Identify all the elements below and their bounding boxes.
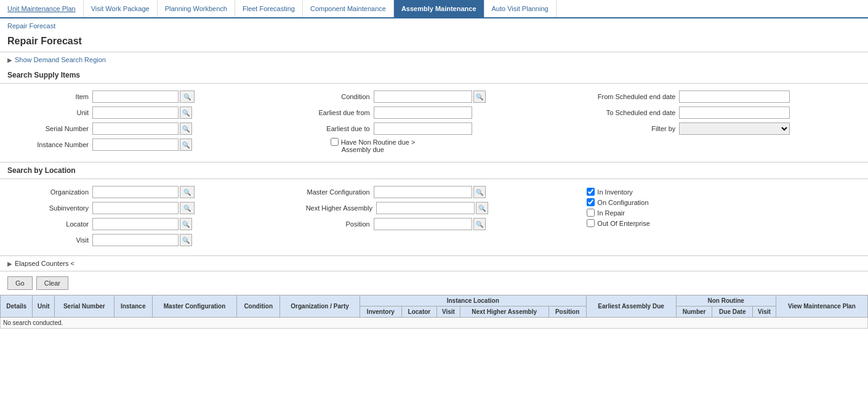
locator-search-button[interactable]: 🔍 (180, 218, 192, 230)
col-instance: Instance (114, 295, 152, 318)
nav-component-maintenance[interactable]: Component Maintenance (303, 0, 394, 17)
col-unit: Unit (33, 295, 55, 318)
supply-col-3: From Scheduled end date To Scheduled end… (574, 90, 856, 156)
serial-number-label: Serial Number (25, 125, 92, 132)
instance-search-button[interactable]: 🔍 (180, 138, 192, 151)
master-config-input[interactable] (374, 186, 472, 198)
col-earliest-assembly-due: Earliest Assembly Due (586, 295, 676, 318)
condition-row: Condition 🔍 (306, 90, 563, 103)
go-button[interactable]: Go (7, 276, 33, 290)
in-repair-checkbox[interactable] (587, 209, 595, 217)
next-higher-search-button[interactable]: 🔍 (476, 202, 488, 214)
on-configuration-checkbox[interactable] (587, 198, 595, 206)
search-supply-header: Search Supply Items (0, 67, 868, 84)
out-enterprise-label: Out Of Enterprise (597, 220, 650, 227)
instance-search-icon: 🔍 (182, 142, 190, 148)
search-location-form: Organization 🔍 Subinventory 🔍 Locator 🔍 (0, 179, 868, 256)
nav-unit-maintenance-plan[interactable]: Unit Maintenance Plan (0, 0, 84, 17)
next-higher-row: Next Higher Assembly 🔍 (306, 201, 563, 215)
visit-search-button[interactable]: 🔍 (180, 234, 192, 246)
unit-search-button[interactable]: 🔍 (180, 106, 192, 119)
from-scheduled-label: From Scheduled end date (587, 93, 679, 100)
breadcrumb: Repair Forecast (0, 18, 868, 33)
position-label: Position (306, 220, 374, 228)
nav-visit-work-package[interactable]: Visit Work Package (84, 0, 158, 17)
unit-search-icon: 🔍 (182, 110, 190, 116)
col-organization-party: Organization / Party (280, 295, 360, 318)
demand-region-arrow: ▶ (7, 57, 12, 63)
earliest-due-from-label: Earliest due from (306, 109, 374, 116)
master-config-label: Master Configuration (306, 188, 374, 196)
serial-number-search-button[interactable]: 🔍 (180, 122, 192, 135)
have-non-routine-label: Have Non Routine due > (341, 138, 416, 146)
position-search-icon: 🔍 (476, 221, 483, 228)
nav-assembly-maintenance[interactable]: Assembly Maintenance (394, 0, 484, 17)
col-instance-location: Instance Location (360, 295, 586, 307)
visit-input[interactable] (92, 234, 179, 246)
non-routine-row: Have Non Routine due > Assembly due (306, 138, 563, 153)
have-non-routine-checkbox[interactable] (331, 138, 339, 146)
nav-planning-workbench[interactable]: Planning Workbench (158, 0, 235, 17)
elapsed-counters-toggle[interactable]: ▶ Elapsed Counters < (0, 256, 868, 271)
locator-input[interactable] (92, 218, 179, 230)
filter-by-select[interactable] (679, 122, 790, 135)
to-scheduled-label: To Scheduled end date (587, 109, 679, 116)
demand-region-toggle[interactable]: ▶ Show Demand Search Region (0, 52, 868, 67)
instance-number-input[interactable] (92, 138, 179, 151)
filter-by-row: Filter by (587, 122, 843, 135)
unit-label: Unit (25, 109, 92, 116)
out-enterprise-checkbox[interactable] (587, 219, 595, 227)
from-scheduled-input[interactable] (679, 90, 790, 103)
item-search-icon: 🔍 (183, 94, 191, 100)
condition-label: Condition (306, 93, 374, 100)
organization-search-button[interactable]: 🔍 (180, 186, 195, 198)
in-inventory-checkbox[interactable] (587, 188, 595, 196)
item-search-button[interactable]: 🔍 (180, 90, 195, 103)
next-higher-search-icon: 🔍 (478, 205, 486, 212)
position-input[interactable] (374, 218, 472, 230)
col-nr-visit: Visit (753, 307, 776, 318)
earliest-due-from-input[interactable] (374, 106, 472, 119)
item-input[interactable] (92, 90, 179, 103)
subinventory-search-button[interactable]: 🔍 (180, 202, 195, 214)
condition-search-button[interactable]: 🔍 (473, 90, 486, 103)
results-table-wrapper: Details Unit Serial Number Instance Mast… (0, 295, 868, 329)
condition-input[interactable] (374, 90, 472, 103)
position-search-button[interactable]: 🔍 (473, 218, 486, 230)
unit-row: Unit 🔍 (25, 106, 281, 119)
visit-label: Visit (25, 236, 92, 244)
subinventory-input[interactable] (92, 202, 179, 214)
clear-button[interactable]: Clear (36, 276, 68, 290)
out-enterprise-row: Out Of Enterprise (587, 219, 843, 227)
condition-search-icon: 🔍 (476, 94, 483, 100)
next-higher-input[interactable] (376, 202, 475, 214)
col-nr-due-date: Due Date (712, 307, 753, 318)
col-visit: Visit (437, 307, 460, 318)
col-position: Position (549, 307, 586, 318)
demand-region-label: Show Demand Search Region (15, 56, 106, 63)
search-supply-form: Item 🔍 Unit 🔍 Serial Number 🔍 (0, 84, 868, 162)
earliest-due-to-input[interactable] (374, 122, 472, 135)
subinventory-label: Subinventory (25, 204, 92, 212)
serial-number-input[interactable] (92, 122, 179, 135)
supply-col-2: Condition 🔍 Earliest due from Earliest d… (294, 90, 575, 156)
organization-input[interactable] (92, 186, 179, 198)
earliest-due-from-row: Earliest due from (306, 106, 563, 119)
filter-by-label: Filter by (587, 125, 679, 132)
locator-row: Locator 🔍 (25, 217, 281, 231)
master-config-search-button[interactable]: 🔍 (473, 186, 486, 198)
organization-row: Organization 🔍 (25, 185, 281, 199)
page-title: Repair Forecast (0, 33, 868, 52)
to-scheduled-input[interactable] (679, 106, 790, 119)
nav-fleet-forecasting[interactable]: Fleet Forecasting (235, 0, 303, 17)
col-inventory: Inventory (360, 307, 401, 318)
in-inventory-label: In Inventory (597, 188, 632, 196)
org-search-icon: 🔍 (183, 189, 191, 196)
nav-auto-visit-planning[interactable]: Auto Visit Planning (484, 0, 557, 17)
from-scheduled-row: From Scheduled end date (587, 90, 843, 103)
instance-number-label: Instance Number (25, 141, 92, 148)
unit-input[interactable] (92, 106, 179, 119)
earliest-due-to-row: Earliest due to (306, 122, 563, 135)
master-config-row: Master Configuration 🔍 (306, 185, 563, 199)
elapsed-arrow: ▶ (7, 260, 12, 267)
